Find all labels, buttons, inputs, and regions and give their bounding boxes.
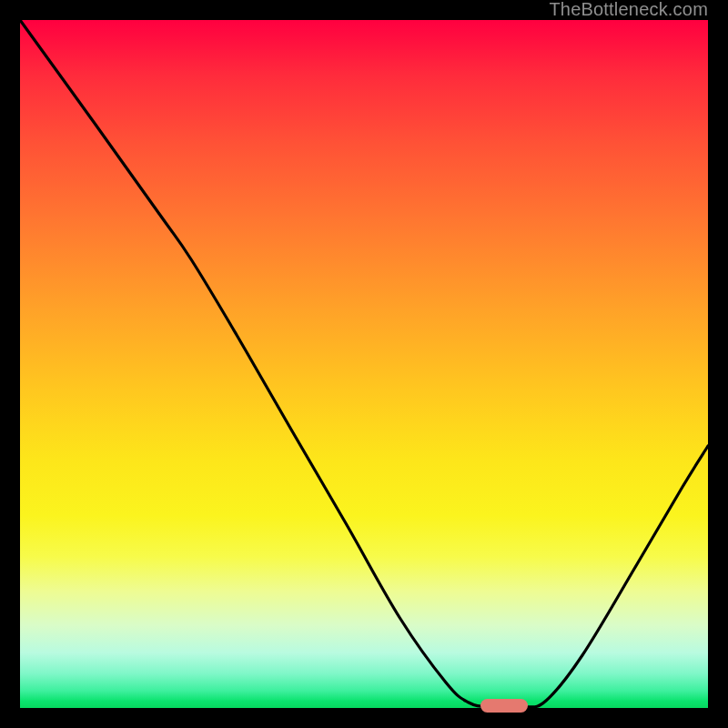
chart-frame: TheBottleneck.com (0, 0, 728, 728)
optimal-range-marker (480, 699, 528, 713)
bottleneck-curve (0, 0, 728, 728)
